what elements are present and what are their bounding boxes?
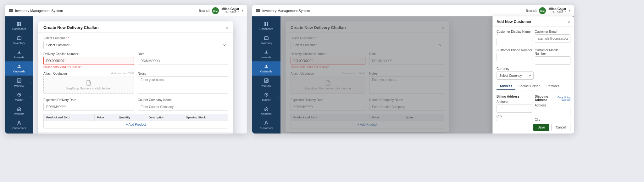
panel-cancel-button[interactable]: Cancel [551, 124, 570, 131]
billing-city-label: City [497, 115, 532, 118]
sidebar-label-vendors-2: Vendors [261, 112, 271, 116]
panel-title: Add New Customer [497, 20, 531, 24]
user-dropdown-icon[interactable]: ▾ [242, 9, 243, 12]
date-label-1: Date [138, 52, 228, 56]
sidebar-item-master[interactable]: Master [5, 90, 33, 104]
courier-input-1[interactable] [138, 103, 228, 111]
challan-number-input-1[interactable] [43, 57, 134, 65]
svg-rect-17 [264, 24, 266, 26]
sidebar-item-master-2[interactable]: Master [252, 90, 280, 104]
app-title-2: Inventory Management System [262, 9, 310, 13]
copy-billing-link[interactable]: Copy billing address [554, 96, 570, 101]
billing-address-col: Billing Address Address City Select City [497, 94, 532, 121]
panel-save-button[interactable]: Save [533, 124, 549, 131]
add-customer-panel: Add New Customer × Customer Display Name… [492, 16, 574, 134]
master-icon-2 [264, 92, 269, 97]
sidebar-label-reports-2: Reports [261, 84, 271, 87]
sidebar-item-users[interactable]: Users [5, 132, 33, 134]
sidebar-item-customers-2[interactable]: Customers [252, 118, 280, 132]
sidebar-1: Dashboard Inventory Inwards Outwards [5, 16, 33, 134]
currency-select[interactable]: Select Currency [497, 71, 534, 80]
sidebar-item-users-2[interactable]: Users [252, 132, 280, 134]
billing-address-input[interactable] [497, 105, 532, 113]
file-icon-1 [86, 80, 92, 86]
attach-box-1[interactable]: Drag/Drop files here or click the icon [43, 76, 134, 94]
shipping-address-label: Address [535, 104, 571, 107]
main-content-1: Create New Delivery Challan × Select Cus… [33, 16, 247, 134]
select-customer-dropdown-1[interactable]: Select Customer [43, 41, 228, 49]
col-quantity-1: Quantity [116, 114, 146, 121]
tab-contact-person[interactable]: Contact Person [515, 83, 543, 90]
reports-icon-2 [264, 78, 269, 83]
sidebar-item-dashboard-2[interactable]: Dashboard [252, 19, 280, 33]
challan-date-row-1: Delivery Challan Number* Please enter va… [43, 52, 228, 69]
billing-title: Billing Address [497, 95, 532, 98]
product-table-1: Product and SKU Price Quantity Descripti… [43, 114, 228, 121]
svg-rect-18 [267, 24, 268, 26]
sidebar-item-inventory-2[interactable]: Inventory [252, 33, 280, 47]
hamburger-icon[interactable] [9, 9, 13, 12]
panel-close-button[interactable]: × [568, 20, 570, 24]
modal-footer-1: Save Cancel [38, 132, 233, 134]
modal-close-button-1[interactable]: × [226, 26, 228, 30]
sidebar-label-outwards-2: Outwards [260, 70, 273, 73]
phone-group: Customer Phone Number [497, 48, 532, 65]
sidebar-item-customers[interactable]: Customers [5, 118, 33, 132]
add-product-button-1[interactable]: + Add Product [43, 121, 228, 128]
sidebar-2: Dashboard Inventory Inwards Outwards [252, 16, 280, 134]
inwards-icon-2 [264, 50, 269, 55]
sidebar-label-vendors: Vendors [14, 112, 24, 116]
expected-delivery-label-1: Expected Delivery Date [43, 98, 134, 102]
hamburger-icon-2[interactable] [256, 9, 260, 12]
sidebar-item-inwards[interactable]: Inwards [5, 47, 33, 61]
svg-rect-16 [267, 22, 268, 24]
mobile-label: Customer Mobile Number [535, 48, 571, 55]
sidebar-label-outwards: Outwards [13, 70, 25, 73]
sidebar-label-inventory: Inventory [13, 42, 25, 45]
tab-address[interactable]: Address [497, 83, 515, 90]
attach-drag-text-1: Drag/Drop files here or click the icon [66, 87, 111, 90]
sidebar-item-vendors-2[interactable]: Vendors [252, 104, 280, 118]
sidebar-item-dashboard[interactable]: Dashboard [5, 19, 33, 33]
sidebar-item-outwards-2[interactable]: Outwards [252, 61, 280, 76]
tab-remarks[interactable]: Remarks [543, 83, 562, 90]
topbar-2: Inventory Management System English MG M… [252, 5, 574, 16]
create-delivery-challan-modal-1: Create New Delivery Challan × Select Cus… [38, 21, 233, 134]
language-selector-2[interactable]: English [526, 9, 537, 12]
panel-body: Customer Display Name * Customer Email C… [493, 27, 574, 121]
notes-textarea-1[interactable] [138, 76, 228, 94]
vendors-icon [17, 106, 22, 111]
display-name-input[interactable] [497, 38, 532, 46]
topbar-right-2: English MG Milap Gajjar P-1546718 ▾ [526, 7, 571, 14]
col-product-sku-1: Product and SKU [44, 114, 95, 121]
date-input-1[interactable] [138, 57, 228, 65]
dashboard-icon-2 [264, 21, 269, 26]
courier-label-1: Courier Company Name [138, 98, 228, 102]
reports-icon [17, 78, 22, 83]
topbar-left-2: Inventory Management System [256, 9, 310, 13]
sidebar-label-master: Master [15, 98, 24, 101]
customers-icon [17, 121, 22, 126]
sidebar-label-inwards-2: Inwards [261, 56, 271, 59]
user-id-1: P-1546718 [221, 11, 239, 14]
user-name-2: Milap Gajjar [548, 7, 566, 11]
sidebar-item-reports-2[interactable]: Reports [252, 76, 280, 90]
language-selector[interactable]: English [199, 9, 210, 12]
currency-label: Currency [497, 67, 534, 71]
mobile-input[interactable] [535, 56, 571, 65]
sidebar-item-inventory[interactable]: Inventory [5, 33, 33, 47]
sidebar-item-inwards-2[interactable]: Inwards [252, 47, 280, 61]
shipping-address-input[interactable] [535, 108, 571, 116]
svg-rect-0 [17, 22, 19, 24]
email-label: Customer Email [535, 30, 571, 33]
col-opening-stock-1: Opening Stock [183, 114, 228, 121]
sidebar-item-outwards[interactable]: Outwards [5, 61, 33, 76]
sidebar-item-vendors[interactable]: Vendors [5, 104, 33, 118]
expected-delivery-input-1[interactable] [43, 103, 134, 111]
display-name-group: Customer Display Name * [497, 30, 532, 46]
phone-input[interactable] [497, 53, 532, 61]
sidebar-item-reports[interactable]: Reports [5, 76, 33, 90]
user-dropdown-icon-2[interactable]: ▾ [569, 9, 570, 12]
master-icon [17, 92, 22, 97]
email-input[interactable] [535, 34, 571, 43]
